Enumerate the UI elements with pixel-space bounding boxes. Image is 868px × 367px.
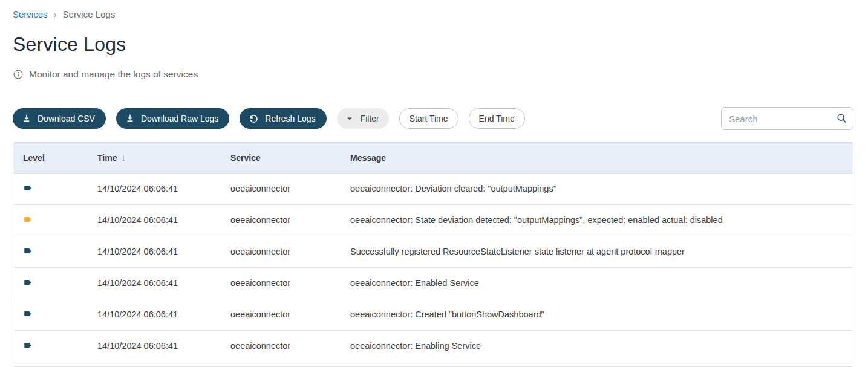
filter-button[interactable]: Filter bbox=[337, 108, 389, 129]
table-row[interactable]: 14/10/2024 06:06:41 oeeaiconnector oeeai… bbox=[13, 204, 853, 236]
log-service: oeeaiconnector bbox=[221, 299, 341, 330]
table-header-row: Level Time↓ Service Message bbox=[13, 143, 853, 173]
log-level-tag-icon bbox=[23, 247, 32, 255]
log-level-cell bbox=[13, 236, 88, 267]
refresh-icon bbox=[248, 113, 259, 125]
log-message: oeeaiconnector: State deviation detected… bbox=[341, 204, 853, 236]
table-row[interactable]: 14/10/2024 06:06:41 oeeaiconnector oeeai… bbox=[13, 173, 853, 204]
toolbar: Download CSV Download Raw Logs Refresh L… bbox=[13, 108, 853, 129]
log-message: oeeaiconnector: Enabled Service bbox=[341, 267, 853, 299]
log-service: oeeaiconnector bbox=[221, 236, 341, 267]
log-level-tag-icon bbox=[23, 215, 32, 224]
log-level-cell bbox=[13, 299, 88, 330]
column-header-message: Message bbox=[341, 143, 853, 173]
log-level-tag-icon bbox=[23, 278, 32, 287]
search-button[interactable] bbox=[835, 112, 848, 126]
breadcrumb-current: Service Logs bbox=[63, 9, 116, 19]
log-time: 14/10/2024 06:06:41 bbox=[88, 330, 221, 362]
refresh-logs-button[interactable]: Refresh Logs bbox=[240, 108, 326, 129]
download-raw-logs-button[interactable]: Download Raw Logs bbox=[116, 108, 229, 129]
log-service: oeeaiconnector bbox=[221, 173, 341, 204]
page-title: Service Logs bbox=[13, 33, 853, 56]
table-row[interactable]: 14/10/2024 06:06:41 oeeaiconnector oeeai… bbox=[13, 330, 853, 362]
breadcrumb: Services › Service Logs bbox=[13, 8, 853, 19]
log-level-tag-icon bbox=[23, 310, 32, 318]
column-header-message-label: Message bbox=[350, 153, 386, 163]
log-time: 14/10/2024 06:06:41 bbox=[88, 299, 221, 330]
column-header-time-label: Time bbox=[97, 153, 117, 163]
log-time: 14/10/2024 06:06:41 bbox=[88, 236, 221, 267]
sort-descending-icon[interactable]: ↓ bbox=[121, 152, 126, 163]
log-time: 14/10/2024 06:06:41 bbox=[88, 173, 221, 204]
download-icon bbox=[21, 113, 32, 124]
log-level-tag-icon bbox=[23, 341, 32, 349]
log-level-tag-icon bbox=[23, 184, 32, 192]
log-time: 14/10/2024 06:06:41 bbox=[88, 204, 221, 236]
log-time: 14/10/2024 06:06:41 bbox=[88, 267, 221, 299]
log-message: Successfully registered ResourceStateLis… bbox=[341, 236, 853, 267]
table-row[interactable]: 14/10/2024 06:06:41 oeeaiconnector Succe… bbox=[13, 236, 853, 267]
table-row[interactable]: 14/10/2024 06:06:41 oeeaiconnector oeeai… bbox=[13, 299, 853, 330]
search-input[interactable] bbox=[721, 107, 853, 130]
log-table-body: 14/10/2024 06:06:41 oeeaiconnector oeeai… bbox=[13, 173, 853, 367]
search-icon bbox=[835, 112, 848, 125]
column-header-time[interactable]: Time↓ bbox=[88, 143, 221, 173]
search-box bbox=[721, 107, 853, 130]
end-time-button[interactable]: End Time bbox=[469, 108, 525, 129]
page-subtitle-text: Monitor and manage the logs of services bbox=[29, 69, 198, 80]
breadcrumb-separator-icon: › bbox=[54, 9, 57, 19]
log-table: Level Time↓ Service Message bbox=[13, 142, 853, 367]
page-subtitle: Monitor and manage the logs of services bbox=[13, 69, 853, 80]
chevron-down-icon bbox=[344, 113, 355, 124]
column-header-level: Level bbox=[13, 143, 88, 173]
log-level-cell bbox=[13, 204, 88, 236]
start-time-label: Start Time bbox=[410, 114, 448, 123]
log-service: oeeaiconnector bbox=[221, 267, 341, 299]
log-service: oeeaiconnector bbox=[221, 204, 341, 236]
column-header-level-label: Level bbox=[23, 153, 45, 163]
download-csv-button[interactable]: Download CSV bbox=[13, 108, 106, 129]
log-service: oeeaiconnector bbox=[221, 330, 341, 362]
log-level-cell bbox=[13, 267, 88, 299]
column-header-service-label: Service bbox=[230, 153, 261, 163]
breadcrumb-link-services[interactable]: Services bbox=[13, 9, 48, 19]
table-row[interactable]: 14/10/2024 06:06:41 oeeaiconnector oeeai… bbox=[13, 267, 853, 299]
refresh-logs-label: Refresh Logs bbox=[265, 114, 315, 123]
end-time-label: End Time bbox=[479, 114, 515, 123]
log-message: oeeaiconnector: Deviation cleared: "outp… bbox=[341, 173, 853, 204]
log-message: oeeaiconnector: Created "buttonShowDashb… bbox=[341, 299, 853, 330]
log-level-cell bbox=[13, 173, 88, 204]
log-message: oeeaiconnector: Enabling Service bbox=[341, 330, 853, 362]
filter-label: Filter bbox=[361, 114, 379, 123]
download-raw-logs-label: Download Raw Logs bbox=[141, 114, 218, 123]
column-header-service: Service bbox=[221, 143, 341, 173]
log-level-cell bbox=[13, 330, 88, 362]
start-time-button[interactable]: Start Time bbox=[399, 108, 458, 129]
info-icon bbox=[13, 69, 24, 80]
table-row-partial bbox=[13, 362, 853, 367]
download-csv-label: Download CSV bbox=[38, 114, 95, 123]
download-icon bbox=[125, 113, 135, 124]
